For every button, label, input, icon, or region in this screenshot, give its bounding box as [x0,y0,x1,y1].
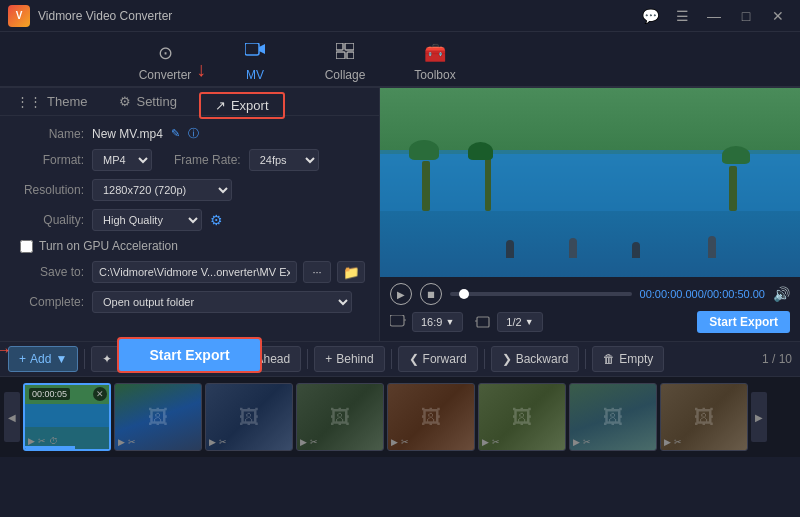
path-dots-button[interactable]: ··· [303,261,331,283]
gpu-checkbox[interactable] [20,240,33,253]
empty-label: Empty [619,352,653,366]
sub-tabs: ⋮⋮ Theme ⚙ Setting ↗ Export [0,88,379,116]
filmstrip-item-1[interactable]: 00:00:05 ✕ ▶ ✂ ⏱ [23,383,111,451]
backward-button[interactable]: ❯ Backward [491,346,580,372]
quality-label: Quality: [14,213,84,227]
quality-gear-icon[interactable]: ⚙ [210,212,223,228]
complete-label: Complete: [14,295,84,309]
volume-icon[interactable]: 🔊 [773,286,790,302]
resolution-row: Resolution: 1280x720 (720p)1920x1080 (10… [14,179,365,201]
progress-dot[interactable] [459,289,469,299]
filmstrip-icons-1: ▶ ✂ ⏱ [28,436,58,446]
img-icon-2: 🖼 [148,406,168,429]
img-icon-4: 🖼 [330,406,350,429]
video-controls: ▶ ⏹ 00:00:00.000/00:00:50.00 🔊 16:9 ▼ [380,277,800,341]
subtab-export[interactable]: ↗ Export [199,92,285,119]
backward-label: Backward [516,352,569,366]
svg-rect-0 [245,43,259,55]
tab-collage[interactable]: Collage [300,38,390,88]
chat-button[interactable]: 💬 [636,5,664,27]
clock-small-icon: ⏱ [49,436,58,446]
setting-gear-icon: ⚙ [119,94,131,109]
menu-button[interactable]: ☰ [668,5,696,27]
right-panel: ▶ ⏹ 00:00:00.000/00:00:50.00 🔊 16:9 ▼ [380,88,800,341]
filmstrip: ◀ 00:00:05 ✕ ▶ ✂ ⏱ 🖼 ▶ ✂ 🖼 ▶ ✂ [0,377,800,457]
filmstrip-icons-2: ▶ ✂ [118,437,136,447]
filmstrip-item-3[interactable]: 🖼 ▶ ✂ [205,383,293,451]
filmstrip-item-2[interactable]: 🖼 ▶ ✂ [114,383,202,451]
stop-button[interactable]: ⏹ [420,283,442,305]
minimize-button[interactable]: — [700,5,728,27]
name-label: Name: [14,127,84,141]
tab-mv[interactable]: MV [210,38,300,88]
name-value: New MV.mp4 [92,127,163,141]
filmstrip-item-7[interactable]: 🖼 ▶ ✂ [569,383,657,451]
svg-rect-3 [345,43,354,50]
aspect-ratio-icon [390,315,406,329]
filmstrip-next[interactable]: ▶ [751,392,767,442]
export-btn-row: → Start Export [14,327,365,373]
app-logo: V [8,5,30,27]
filmstrip-item-6[interactable]: 🖼 ▶ ✂ [478,383,566,451]
complete-row: Complete: Open output folderDo nothing [14,291,365,313]
fraction-chevron: ▼ [525,317,534,327]
export-label: Export [231,98,269,113]
collage-icon [336,43,354,64]
close-button[interactable]: ✕ [764,5,792,27]
tab-converter[interactable]: ⊙ Converter [120,38,210,88]
img-icon-3: 🖼 [239,406,259,429]
img-icon-6: 🖼 [512,406,532,429]
svg-rect-8 [477,317,489,327]
scissors-small-icon-6: ✂ [492,437,500,447]
empty-button[interactable]: 🗑 Empty [592,346,664,372]
svg-rect-5 [347,52,354,59]
divider-6 [484,349,485,369]
folder-button[interactable]: 📁 [337,261,365,283]
filmstrip-item-4[interactable]: 🖼 ▶ ✂ [296,383,384,451]
format-select[interactable]: MP4MOVAVIMKV [92,149,152,171]
svg-rect-4 [336,52,345,59]
scissors-small-icon-5: ✂ [401,437,409,447]
img-icon-7: 🖼 [603,406,623,429]
info-icon[interactable]: ⓘ [188,126,199,141]
resolution-label: Resolution: [14,183,84,197]
filmstrip-prev[interactable]: ◀ [4,392,20,442]
svg-rect-2 [336,43,343,50]
filmstrip-item-5[interactable]: 🖼 ▶ ✂ [387,383,475,451]
left-panel: ⋮⋮ Theme ⚙ Setting ↗ Export Name: New MV… [0,88,380,341]
toolbox-icon: 🧰 [424,42,446,64]
saveto-input[interactable] [92,261,297,283]
arrow-indicator: → [0,340,12,361]
play-button[interactable]: ▶ [390,283,412,305]
converter-icon: ⊙ [158,42,173,64]
forward-button[interactable]: ❮ Forward [398,346,478,372]
play-small-icon-8: ▶ [664,437,671,447]
resolution-select[interactable]: 1280x720 (720p)1920x1080 (1080p) [92,179,232,201]
filmstrip-icons-3: ▶ ✂ [209,437,227,447]
gpu-row: Turn on GPU Acceleration [14,239,365,253]
filmstrip-item-8[interactable]: 🖼 ▶ ✂ [660,383,748,451]
complete-select[interactable]: Open output folderDo nothing [92,291,352,313]
play-small-icon-7: ▶ [573,437,580,447]
framerate-select[interactable]: 24fps25fps30fps [249,149,319,171]
quality-select[interactable]: High QualityMedium Quality [92,209,202,231]
start-export-button[interactable]: Start Export [117,337,261,373]
edit-icon[interactable]: ✎ [171,127,180,140]
start-export-right-button[interactable]: Start Export [697,311,790,333]
maximize-button[interactable]: □ [732,5,760,27]
divider-5 [391,349,392,369]
quality-row: Quality: High QualityMedium Quality ⚙ [14,209,365,231]
form-area: Name: New MV.mp4 ✎ ⓘ Format: MP4MOVAVIMK… [0,116,379,383]
framerate-label: Frame Rate: [174,153,241,167]
progress-track[interactable] [450,292,632,296]
subtab-theme[interactable]: ⋮⋮ Theme [0,88,103,115]
filmstrip-close-1[interactable]: ✕ [93,387,107,401]
mv-icon [245,43,265,64]
ratio-button[interactable]: 16:9 ▼ [412,312,463,332]
ratio-chevron: ▼ [445,317,454,327]
window-controls: 💬 ☰ — □ ✕ [636,5,792,27]
subtab-setting[interactable]: ⚙ Setting [103,88,192,115]
play-small-icon-3: ▶ [209,437,216,447]
tab-toolbox[interactable]: 🧰 Toolbox [390,38,480,88]
fraction-button[interactable]: 1/2 ▼ [497,312,542,332]
